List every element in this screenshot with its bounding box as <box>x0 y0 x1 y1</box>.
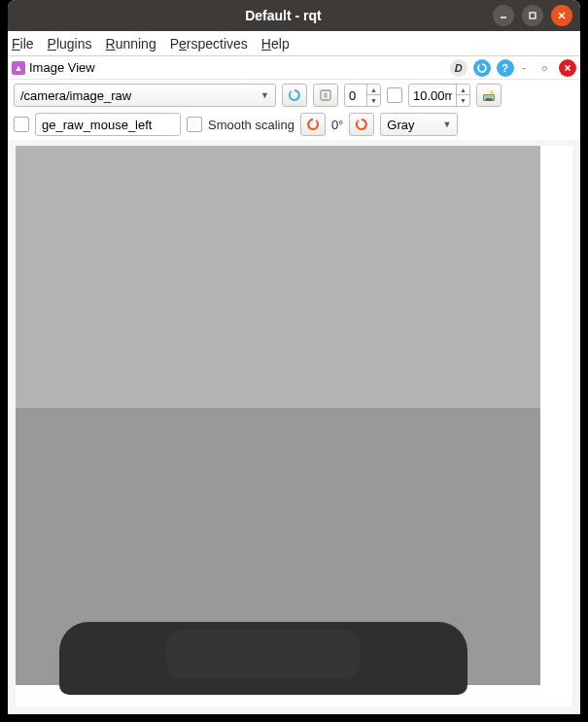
image-display[interactable] <box>16 146 572 706</box>
svg-point-11 <box>490 90 494 94</box>
menu-plugins[interactable]: Plugins <box>48 36 92 52</box>
window-title: Default - rqt <box>82 8 485 23</box>
max-input[interactable] <box>409 85 456 106</box>
spin-up-icon[interactable]: ▲ <box>367 85 380 95</box>
panel-header: ▲ Image View D ? - ○ <box>8 56 580 80</box>
color-mode-value: Gray <box>387 118 414 132</box>
chevron-down-icon: ▼ <box>260 90 269 100</box>
close-button[interactable] <box>551 5 572 26</box>
rotate-left-button[interactable] <box>300 113 326 136</box>
separator: - <box>522 60 526 75</box>
menu-perspectives[interactable]: Perspectives <box>170 36 248 52</box>
image-object <box>59 622 467 695</box>
smooth-scaling-checkbox[interactable] <box>187 117 202 132</box>
mouse-topic-text: ge_raw_mouse_left <box>42 118 152 132</box>
toolbar-row-2: ge_raw_mouse_left Smooth scaling 0° Gray… <box>8 111 580 140</box>
undock-icon[interactable]: ○ <box>536 59 553 77</box>
max-spin[interactable]: ▲▼ <box>408 84 470 107</box>
minimize-button[interactable] <box>493 5 514 26</box>
app-window: Default - rqt File Plugins Running Persp… <box>8 0 580 714</box>
save-image-button[interactable] <box>476 84 502 107</box>
menubar: File Plugins Running Perspectives Help <box>8 31 580 56</box>
smooth-scaling-label: Smooth scaling <box>208 118 294 132</box>
svg-rect-12 <box>486 98 492 101</box>
plugin-icon: ▲ <box>12 61 25 75</box>
toolbar-row-1: /camera/image_raw ▼ ▲▼ ▲▼ <box>8 80 580 111</box>
panel-title: Image View <box>29 60 95 75</box>
color-mode-combo[interactable]: Gray ▼ <box>380 113 458 136</box>
topic-combo[interactable]: /camera/image_raw ▼ <box>14 84 276 107</box>
camera-image <box>16 146 540 685</box>
spin-down-icon[interactable]: ▼ <box>367 95 380 106</box>
spin-down-icon[interactable]: ▼ <box>457 95 469 106</box>
chevron-down-icon: ▼ <box>442 120 451 129</box>
rotation-label: 0° <box>331 118 343 132</box>
panel-close-icon[interactable] <box>559 59 576 77</box>
dock-d-button[interactable]: D <box>450 59 467 77</box>
topic-value: /camera/image_raw <box>20 88 131 103</box>
refresh-topics-button[interactable] <box>282 84 307 107</box>
help-icon[interactable]: ? <box>497 59 514 77</box>
mouse-pub-checkbox[interactable] <box>14 117 29 132</box>
num-input[interactable] <box>345 85 366 106</box>
num-spin[interactable]: ▲▼ <box>344 84 381 107</box>
maximize-button[interactable] <box>522 5 543 26</box>
mouse-topic-field[interactable]: ge_raw_mouse_left <box>35 113 181 136</box>
titlebar: Default - rqt <box>8 0 580 31</box>
svg-rect-7 <box>325 93 326 98</box>
pause-button[interactable] <box>313 84 338 107</box>
max-depth-checkbox[interactable] <box>387 87 402 103</box>
rotate-right-button[interactable] <box>349 113 374 136</box>
svg-rect-1 <box>530 13 536 18</box>
svg-rect-6 <box>321 90 330 100</box>
svg-rect-8 <box>326 93 327 98</box>
menu-running[interactable]: Running <box>106 36 156 52</box>
reload-icon[interactable] <box>473 59 491 77</box>
menu-help[interactable]: Help <box>261 36 290 52</box>
menu-file[interactable]: File <box>12 36 34 52</box>
spin-up-icon[interactable]: ▲ <box>457 85 469 95</box>
